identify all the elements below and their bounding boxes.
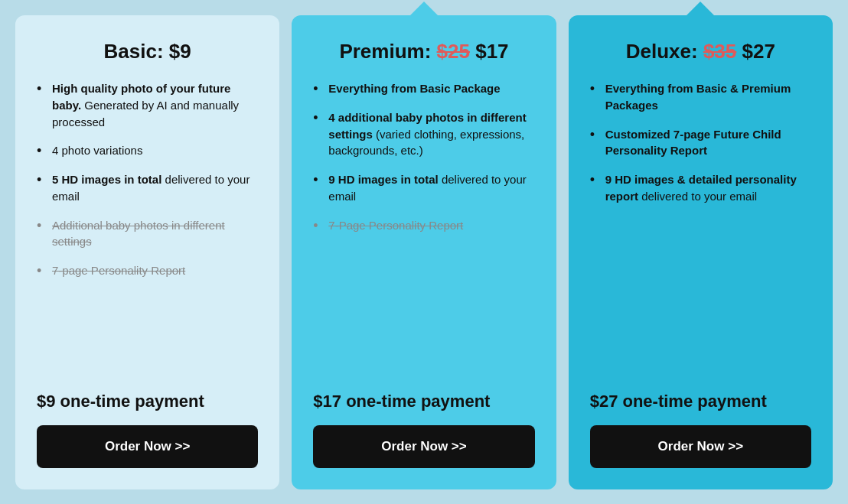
list-item: 9 HD images in total delivered to your e… [313,171,534,205]
premium-payment-text: $17 one-time payment [313,392,534,411]
basic-plan-title: Basic: $9 [37,40,258,63]
list-item: 4 photo variations [37,142,258,159]
premium-features-list: Everything from Basic Package 4 addition… [313,80,534,376]
feature-bold: 9 HD images in total [328,173,438,186]
deluxe-arrow [687,2,714,15]
deluxe-title-plain: Deluxe: [626,40,698,63]
feature-text: delivered to your email [641,190,757,203]
deluxe-original-price: $35 [703,40,736,63]
list-item: Everything from Basic & Premium Packages [590,80,811,114]
premium-title-plain: Premium: [339,40,431,63]
premium-plan-title: Premium: $25 $17 [313,40,534,63]
basic-features-list: High quality photo of your future baby. … [37,80,258,376]
list-item: Everything from Basic Package [313,80,534,97]
deluxe-plan-card: Deluxe: $35 $27 Everything from Basic & … [569,15,833,489]
deluxe-order-button[interactable]: Order Now >> [590,425,811,468]
list-item: High quality photo of your future baby. … [37,80,258,130]
deluxe-payment-text: $27 one-time payment [590,392,811,411]
deluxe-plan-title: Deluxe: $35 $27 [590,40,811,63]
list-item: 4 additional baby photos in different se… [313,109,534,159]
basic-order-button[interactable]: Order Now >> [37,425,258,468]
premium-arrow [410,2,438,15]
deluxe-features-list: Everything from Basic & Premium Packages… [590,80,811,376]
list-item: 7-Page Personality Report [313,217,534,234]
basic-plan-card: Basic: $9 High quality photo of your fut… [15,15,279,489]
feature-bold: Everything from Basic Package [328,82,500,95]
list-item: 5 HD images in total delivered to your e… [37,171,258,205]
list-item: Additional baby photos in different sett… [37,217,258,251]
premium-order-button[interactable]: Order Now >> [313,425,534,468]
basic-payment-text: $9 one-time payment [37,392,258,411]
pricing-container: Basic: $9 High quality photo of your fut… [15,15,833,489]
basic-title-text: Basic: $9 [104,40,191,63]
list-item: 7-page Personality Report [37,262,258,279]
list-item: 9 HD images & detailed personality repor… [590,171,811,205]
feature-bold: Everything from Basic & Premium Packages [605,82,791,112]
premium-original-price: $25 [437,40,470,63]
feature-text: 7-Page Personality Report [328,219,463,232]
feature-text: Additional baby photos in different sett… [52,219,225,249]
list-item: Customized 7-page Future Child Personali… [590,126,811,160]
deluxe-sale-price: $27 [742,40,775,63]
feature-bold: Customized 7-page Future Child Personali… [605,128,781,158]
feature-bold: 5 HD images in total [52,173,161,186]
premium-plan-card: Premium: $25 $17 Everything from Basic P… [292,15,556,489]
feature-text: 7-page Personality Report [52,264,185,277]
feature-text: 4 photo variations [52,144,142,157]
premium-sale-price-val: $17 [475,40,508,63]
